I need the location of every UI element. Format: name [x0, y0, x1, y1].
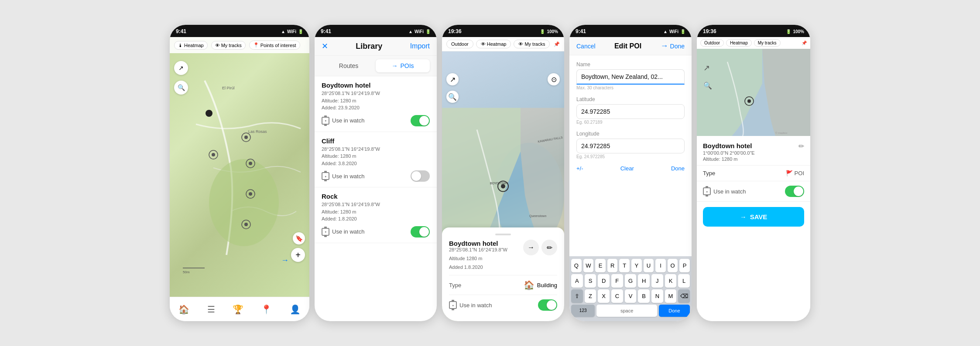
key-z[interactable]: Z — [585, 289, 596, 303]
heatmap-btn[interactable]: 🌡 Heatmap — [174, 41, 208, 50]
nav-person[interactable]: 👤 — [290, 304, 301, 315]
clear-btn[interactable]: Clear — [620, 165, 634, 172]
bookmark-icon[interactable]: 📌 — [554, 41, 560, 47]
svg-point-12 — [244, 223, 248, 226]
nav-trophy[interactable]: 🏆 — [233, 304, 243, 315]
lat-input[interactable] — [576, 104, 685, 119]
import-button[interactable]: Import — [410, 42, 430, 50]
mytracks-btn-5[interactable]: My tracks — [754, 39, 781, 47]
edit-button[interactable]: ✏ — [798, 142, 804, 150]
key-o[interactable]: O — [668, 259, 678, 272]
key-v[interactable]: V — [625, 289, 637, 303]
name-field: Name Max. 30 characters — [576, 61, 685, 90]
toggle-watch-1[interactable] — [411, 170, 430, 182]
poi-btn[interactable]: 📍 Points of interest — [249, 41, 300, 50]
key-i[interactable]: I — [655, 259, 666, 272]
tab-routes[interactable]: Routes — [322, 59, 376, 72]
cancel-button[interactable]: Cancel — [576, 43, 596, 50]
edit-title: Edit POI — [614, 42, 641, 50]
key-s[interactable]: S — [585, 274, 596, 288]
map-topbar: 🌡 Heatmap 👁 My tracks 📍 Points of intere… — [170, 37, 309, 53]
field-actions: +/- Clear Done — [576, 165, 685, 172]
search-icon[interactable]: 🔍 — [446, 91, 459, 103]
key-r[interactable]: R — [607, 259, 618, 272]
key-k[interactable]: K — [665, 274, 677, 288]
target-icon[interactable]: ⊙ — [548, 73, 560, 85]
poi-detail-coords: 1°00'00.0"N 2°00'00.0"E — [703, 150, 755, 156]
poi-sheet: Boydtown hotel 28°25'08.1"N 16°24'19.8"W… — [442, 227, 564, 321]
search-btn[interactable]: 🔍 — [174, 81, 188, 95]
lon-label: Longitude — [576, 131, 685, 137]
item-name: Cliff — [322, 137, 430, 145]
key-c[interactable]: C — [611, 289, 623, 303]
key-backspace[interactable]: ⌫ — [678, 289, 690, 303]
key-m[interactable]: M — [665, 289, 677, 303]
svg-text:El Pirúl: El Pirúl — [222, 86, 235, 90]
done-action-btn[interactable]: Done — [671, 165, 685, 172]
mytracks-btn[interactable]: 👁 My tracks — [514, 40, 550, 48]
poi-watch-row: ● Use in watch — [449, 295, 557, 315]
nav-list[interactable]: ☰ — [207, 304, 215, 315]
toggle-watch-detail[interactable] — [785, 186, 804, 197]
toggle-watch-2[interactable] — [411, 226, 430, 237]
key-j[interactable]: J — [651, 274, 663, 288]
key-y[interactable]: Y — [631, 259, 642, 272]
library-list: Boydtown hotel 28°25'08.1"N 16°24'19.8"W… — [315, 76, 437, 321]
item-meta: 28°25'08.1"N 16°24'19.8"W Altitude: 1280… — [322, 201, 430, 223]
key-n[interactable]: N — [651, 289, 663, 303]
bottom-nav: 🏠 ☰ 🏆 📍 👤 — [170, 297, 309, 321]
svg-point-13 — [206, 110, 212, 117]
key-123[interactable]: 123 — [571, 305, 595, 317]
library-title: Library — [356, 42, 382, 51]
key-x[interactable]: X — [598, 289, 610, 303]
key-l[interactable]: L — [678, 274, 690, 288]
key-done[interactable]: Done — [659, 305, 690, 317]
lat-label: Latitude — [576, 96, 685, 102]
name-input[interactable] — [576, 69, 685, 85]
library-content: ✕ Library Import Routes POIs Boydtown ho… — [315, 37, 437, 321]
watch-icon: ● — [703, 187, 711, 195]
heatmap-btn-5[interactable]: Heatmap — [726, 39, 752, 47]
edit-form: Name Max. 30 characters Latitude Eg. 60.… — [569, 55, 692, 256]
key-f[interactable]: F — [611, 274, 623, 288]
tab-pois[interactable]: POIs — [376, 59, 430, 72]
outdoor-btn[interactable]: Outdoor — [446, 40, 473, 48]
done-button[interactable]: → Done — [661, 41, 685, 51]
navigate-icon[interactable]: ↗ — [446, 73, 459, 85]
key-u[interactable]: U — [644, 259, 654, 272]
key-w[interactable]: W — [583, 259, 594, 272]
poi-type-row: Type 🏠 Building — [449, 275, 557, 295]
nav-location[interactable]: 📍 — [261, 304, 272, 315]
toggle-watch-poi[interactable] — [538, 299, 557, 311]
watch-label: Use in watch — [713, 188, 746, 195]
bookmark-btn[interactable]: 🔖 — [293, 232, 305, 244]
zoom-in-btn[interactable]: + — [291, 248, 305, 262]
key-d[interactable]: D — [598, 274, 610, 288]
key-q[interactable]: Q — [571, 259, 582, 272]
key-space[interactable]: space — [596, 305, 657, 317]
key-t[interactable]: T — [619, 259, 630, 272]
status-bar-5: 19:36 🔋 100% — [697, 25, 810, 37]
item-meta: 28°25'08.1"N 16°24'19.8"W Altitude: 1280… — [322, 90, 430, 112]
svg-point-28 — [747, 99, 751, 103]
key-g[interactable]: G — [625, 274, 637, 288]
edit-poi-btn[interactable]: ✏ — [541, 240, 557, 255]
key-a[interactable]: A — [571, 274, 583, 288]
save-button[interactable]: → SAVE — [703, 207, 804, 227]
key-shift[interactable]: ⇧ — [571, 289, 583, 303]
key-b[interactable]: B — [638, 289, 650, 303]
key-p[interactable]: P — [679, 259, 690, 272]
navigate-poi-btn[interactable]: → — [523, 240, 539, 255]
heatmap-btn[interactable]: 👁 Heatmap — [476, 40, 511, 48]
close-button[interactable]: ✕ — [322, 41, 328, 51]
mytracks-btn[interactable]: 👁 My tracks — [211, 41, 246, 50]
plus-minus-btn[interactable]: +/- — [576, 165, 583, 172]
navigate-btn[interactable]: ↗ — [174, 61, 188, 75]
poi-name: Boydtown hotel — [449, 240, 507, 247]
key-h[interactable]: H — [638, 274, 650, 288]
toggle-watch-0[interactable] — [411, 115, 430, 126]
lon-input[interactable] — [576, 139, 685, 153]
outdoor-btn-5[interactable]: Outdoor — [700, 39, 724, 47]
key-e[interactable]: E — [595, 259, 606, 272]
nav-home[interactable]: 🏠 — [178, 304, 189, 315]
